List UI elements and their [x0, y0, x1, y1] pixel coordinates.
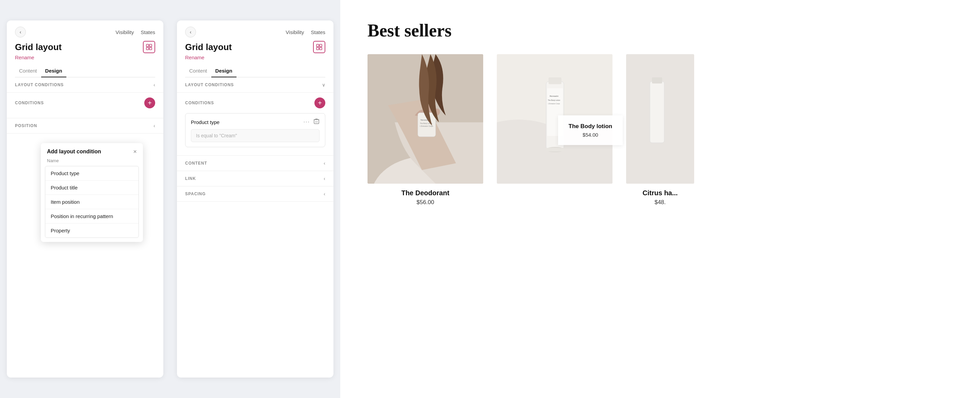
content-section-2[interactable]: CONTENT ‹ — [177, 156, 334, 171]
tab-design-1[interactable]: Design — [41, 64, 66, 77]
svg-rect-2 — [146, 47, 149, 50]
tab-design-2[interactable]: Design — [211, 64, 237, 77]
panel-2-header: ‹ Visibility States — [177, 21, 334, 37]
tabs-row-1: Content Design — [15, 64, 155, 77]
svg-text:The Body Lotion: The Body Lotion — [548, 99, 560, 101]
close-icon: × — [133, 148, 137, 155]
condition-card-actions: ··· — [304, 118, 320, 126]
header-actions-2: Visibility States — [286, 29, 325, 35]
product-image-1: Necessaire The Body Lotion L'Emission Co… — [368, 54, 483, 184]
conditions-label-2: CONDITIONS — [185, 101, 214, 105]
product-price-3: $48. — [654, 199, 666, 206]
condition-card: Product type ··· Is equal to "Cream" — [185, 113, 325, 147]
product-card-3: Citrus ha... $48. — [626, 54, 694, 206]
product-name-overlay: The Body lotion — [566, 123, 615, 129]
back-icon-2: ‹ — [190, 29, 192, 35]
svg-rect-26 — [546, 148, 564, 151]
rename-link-2[interactable]: Rename — [177, 53, 334, 62]
link-chevron-2: ‹ — [324, 176, 325, 181]
condition-card-title: Product type — [191, 119, 220, 125]
back-button-2[interactable]: ‹ — [185, 27, 196, 37]
tab-content-1[interactable]: Content — [15, 64, 41, 77]
product-image-3 — [626, 54, 694, 184]
panel-1-icon — [143, 41, 155, 53]
visibility-link-1[interactable]: Visibility — [116, 29, 134, 35]
panel-2: ‹ Visibility States Grid layout Rename C… — [177, 21, 334, 377]
tabs-row-2: Content Design — [185, 64, 325, 77]
panel-1-title: Grid layout — [15, 42, 62, 53]
svg-rect-20 — [549, 77, 562, 84]
dropdown-name-label: Name — [41, 158, 143, 166]
conditions-header-1: CONDITIONS + — [15, 98, 155, 109]
panel-2-title: Grid layout — [185, 42, 232, 53]
grid-icon — [146, 44, 153, 50]
product-name-1: The Deodorant — [401, 189, 449, 197]
layout-conditions-section-1[interactable]: LAYOUT CONDITIONS ‹ — [7, 77, 163, 93]
rename-link-1[interactable]: Rename — [7, 53, 163, 62]
condition-card-header: Product type ··· — [191, 118, 320, 126]
product-price-overlay: $54.00 — [566, 131, 615, 137]
dropdown-item-product-type[interactable]: Product type — [45, 166, 138, 181]
dropdown-item-item-position[interactable]: Item position — [45, 195, 138, 209]
visibility-link-2[interactable]: Visibility — [286, 29, 304, 35]
content-chevron-2: ‹ — [324, 160, 325, 166]
link-label-2: LINK — [185, 176, 196, 181]
dropdown-item-product-title[interactable]: Product title — [45, 181, 138, 195]
product-person-svg: Necessaire The Body Lotion L'Emission Co… — [368, 54, 483, 184]
svg-rect-3 — [150, 47, 152, 50]
svg-rect-4 — [317, 44, 319, 47]
add-condition-button-1[interactable]: + — [144, 98, 155, 109]
position-section-1[interactable]: POSITION ‹ — [7, 118, 163, 134]
svg-rect-0 — [146, 44, 149, 47]
dropdown-item-position-recurring[interactable]: Position in recurring pattern — [45, 209, 138, 224]
position-label-1: POSITION — [15, 123, 37, 128]
grid-icon-2 — [316, 44, 323, 50]
dropdown-list: Product type Product title Item position… — [45, 166, 139, 238]
add-condition-dropdown: Add layout condition × Name Product type… — [41, 143, 143, 242]
panel-2-icon — [313, 41, 325, 53]
svg-rect-29 — [652, 77, 662, 83]
condition-value: Is equal to "Cream" — [191, 129, 320, 142]
spacing-chevron-2: ‹ — [324, 191, 325, 197]
panel-1-header: ‹ Visibility States — [7, 21, 163, 37]
states-link-1[interactable]: States — [140, 29, 155, 35]
tab-content-2[interactable]: Content — [185, 64, 211, 77]
back-button-1[interactable]: ‹ — [15, 27, 26, 37]
layout-conditions-chevron-2: ∨ — [322, 82, 325, 88]
spacing-label-2: SPACING — [185, 192, 206, 196]
product-grid: Necessaire The Body Lotion L'Emission Co… — [368, 54, 953, 206]
layout-conditions-chevron-1: ‹ — [153, 82, 155, 88]
back-icon-1: ‹ — [20, 29, 21, 35]
product-card-2-container: Necessaire The Body Lotion L'Emission Co… — [497, 54, 612, 206]
close-dropdown-button[interactable]: × — [133, 149, 137, 155]
svg-text:L'Emission Corps: L'Emission Corps — [420, 125, 433, 127]
product-name-3: Citrus ha... — [643, 189, 678, 197]
preview-area: Best sellers Nec — [340, 0, 980, 398]
panel-1: ‹ Visibility States Grid layout Rename C… — [7, 21, 163, 377]
content-label-2: CONTENT — [185, 161, 207, 166]
panel-1-title-row: Grid layout — [7, 37, 163, 53]
states-link-2[interactable]: States — [311, 29, 325, 35]
conditions-section-1: CONDITIONS + Add layout condition × Name… — [7, 93, 163, 118]
link-section-2[interactable]: LINK ‹ — [177, 171, 334, 186]
product-price-1: $56.00 — [417, 199, 434, 206]
svg-rect-1 — [150, 44, 152, 47]
spacing-section-2[interactable]: SPACING ‹ — [177, 186, 334, 202]
product-card-1: Necessaire The Body Lotion L'Emission Co… — [368, 54, 483, 206]
conditions-label-1: CONDITIONS — [15, 101, 44, 105]
layout-conditions-label-1: LAYOUT CONDITIONS — [15, 83, 64, 87]
layout-conditions-section-2[interactable]: LAYOUT CONDITIONS ∨ — [177, 77, 334, 93]
svg-text:Necessaire: Necessaire — [549, 95, 558, 97]
add-condition-button-2[interactable]: + — [314, 98, 325, 109]
condition-delete-button[interactable] — [313, 118, 320, 126]
svg-rect-8 — [314, 120, 319, 124]
svg-rect-7 — [320, 47, 322, 50]
position-chevron-1: ‹ — [153, 123, 155, 128]
condition-dots-button[interactable]: ··· — [304, 119, 310, 125]
dropdown-title: Add layout condition — [47, 149, 101, 155]
dropdown-item-property[interactable]: Property — [45, 224, 138, 238]
conditions-section-2: CONDITIONS + Product type ··· — [177, 93, 334, 156]
conditions-header-2: CONDITIONS + — [185, 98, 325, 109]
svg-rect-5 — [320, 44, 322, 47]
trash-icon — [313, 118, 320, 125]
